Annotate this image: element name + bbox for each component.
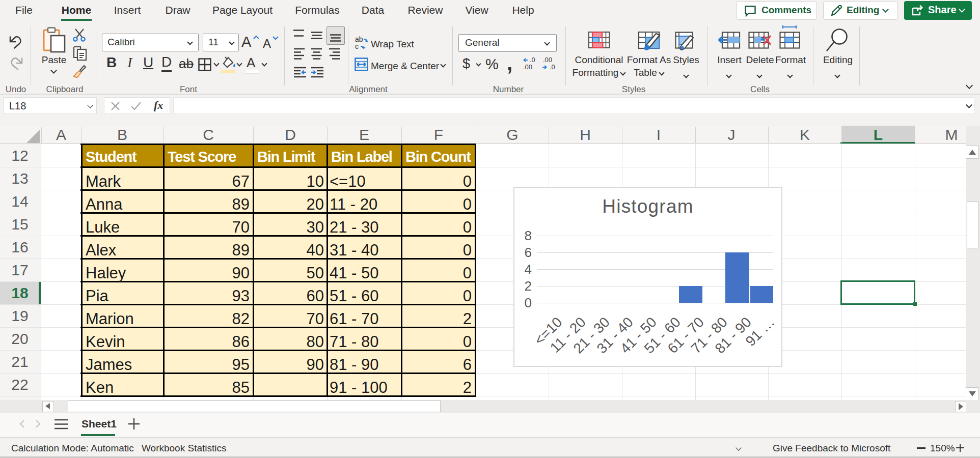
- svg-text:c: c: [355, 42, 359, 50]
- svg-text:.0: .0: [550, 63, 555, 70]
- svg-text:.00: .00: [523, 63, 532, 70]
